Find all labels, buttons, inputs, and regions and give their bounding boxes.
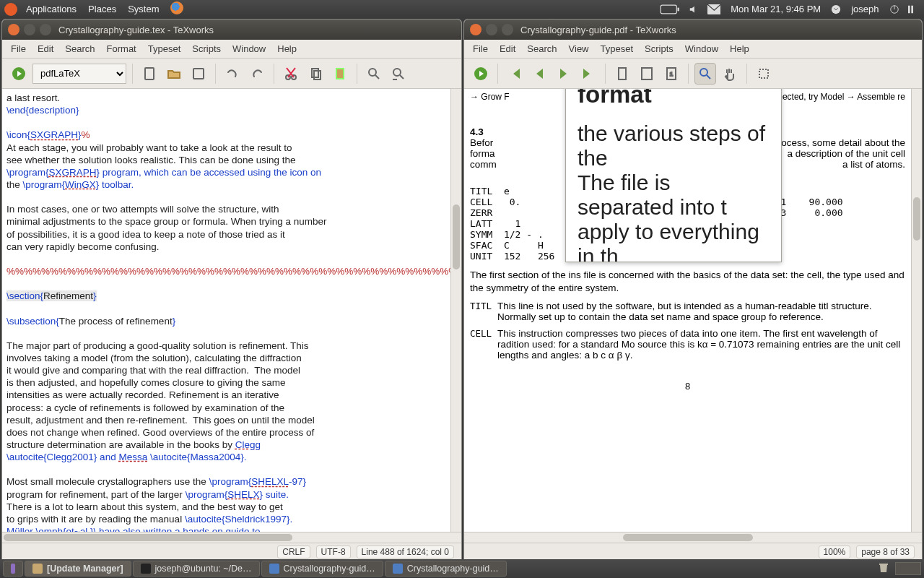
new-button[interactable] xyxy=(139,63,160,85)
indicator-icon[interactable] xyxy=(904,4,920,14)
menu-help[interactable]: Help xyxy=(271,43,302,54)
editor-menubar: File Edit Search Format Typeset Scripts … xyxy=(2,40,461,59)
svg-rect-13 xyxy=(312,69,318,77)
copy-button[interactable] xyxy=(305,63,326,85)
svg-point-16 xyxy=(369,69,376,76)
menu-search[interactable]: Search xyxy=(59,43,100,54)
menu-help[interactable]: Help xyxy=(724,43,755,54)
battery-icon[interactable] xyxy=(655,4,684,14)
engine-select[interactable]: pdfLaTeX xyxy=(32,64,126,84)
menu-window[interactable]: Window xyxy=(227,43,271,54)
prev-page-button[interactable] xyxy=(528,63,550,85)
places-menu[interactable]: Places xyxy=(82,4,122,14)
menu-format[interactable]: Format xyxy=(101,43,142,54)
task-texworks-tex[interactable]: Crystallography-guid… xyxy=(261,561,383,577)
task-terminal[interactable]: joseph@ubuntu: ~/De… xyxy=(133,561,260,577)
magnify-tool-button[interactable] xyxy=(694,63,716,85)
close-icon[interactable] xyxy=(8,24,19,35)
close-icon[interactable] xyxy=(470,24,481,35)
fit-page-button[interactable] xyxy=(611,63,633,85)
page-number: 8 xyxy=(470,381,905,392)
svg-rect-19 xyxy=(619,68,626,79)
svg-rect-9 xyxy=(145,68,154,79)
undo-button[interactable] xyxy=(222,63,243,85)
svg-rect-6 xyxy=(908,5,910,13)
firefox-launcher[interactable] xyxy=(165,1,189,17)
editor-area[interactable]: a last resort. \end{description} \icon{S… xyxy=(2,89,461,532)
find-button[interactable] xyxy=(363,63,385,85)
texworks-viewer-window: Crystallography-guide.pdf - TeXworks Fil… xyxy=(463,19,923,561)
viewer-statusbar: 100% page 8 of 33 xyxy=(464,543,922,560)
editor-toolbar: pdfLaTeX xyxy=(2,59,461,89)
minimize-icon[interactable] xyxy=(24,24,35,35)
typeset-button[interactable] xyxy=(470,63,492,85)
fit-width-button[interactable] xyxy=(636,63,658,85)
show-desktop-button[interactable] xyxy=(3,561,23,577)
svg-rect-1 xyxy=(677,7,679,11)
firefox-icon xyxy=(170,1,183,14)
svg-text:1: 1 xyxy=(670,71,674,77)
editor-text[interactable]: a last resort. \end{description} \icon{S… xyxy=(2,89,450,532)
pan-tool-button[interactable] xyxy=(719,63,741,85)
open-button[interactable] xyxy=(163,63,185,85)
last-page-button[interactable] xyxy=(578,63,599,85)
editor-scrollbar-h[interactable] xyxy=(2,532,461,543)
editor-scrollbar-v[interactable] xyxy=(450,89,461,532)
user-menu[interactable]: joseph xyxy=(845,4,884,14)
actual-size-button[interactable]: 1 xyxy=(661,63,682,85)
shutdown-icon[interactable] xyxy=(885,4,904,14)
svg-point-3 xyxy=(832,4,840,13)
pdf-fragment: → Grow F xyxy=(470,92,510,102)
editor-titlebar[interactable]: Crystallography-guide.tex - TeXworks xyxy=(2,20,461,40)
clock[interactable]: Mon Mar 21, 9:46 PM xyxy=(725,4,827,14)
menu-typeset[interactable]: Typeset xyxy=(142,43,187,54)
user-switch-icon[interactable] xyxy=(827,4,845,14)
menu-typeset[interactable]: Typeset xyxy=(595,43,640,54)
gnome-top-panel: Applications Places System Mon Mar 21, 9… xyxy=(0,0,924,18)
cut-button[interactable] xyxy=(280,63,302,85)
applications-menu[interactable]: Applications xyxy=(20,4,82,14)
menu-edit[interactable]: Edit xyxy=(494,43,521,54)
maximize-icon[interactable] xyxy=(502,24,513,35)
texworks-editor-window: Crystallography-guide.tex - TeXworks Fil… xyxy=(1,19,462,561)
svg-rect-20 xyxy=(642,68,652,79)
pdf-scrollbar-v[interactable] xyxy=(911,89,922,532)
trash-icon[interactable] xyxy=(878,562,889,576)
maximize-icon[interactable] xyxy=(40,24,51,35)
mail-icon[interactable] xyxy=(703,4,725,14)
workspace-switcher[interactable] xyxy=(895,562,921,575)
select-tool-button[interactable] xyxy=(753,63,775,85)
task-update-manager[interactable]: [Update Manager] xyxy=(25,561,131,577)
zoom-level[interactable]: 100% xyxy=(819,545,851,558)
menu-scripts[interactable]: Scripts xyxy=(186,43,227,54)
menu-scripts[interactable]: Scripts xyxy=(639,43,679,54)
paste-button[interactable] xyxy=(329,63,351,85)
volume-icon[interactable] xyxy=(684,4,703,14)
menu-window[interactable]: Window xyxy=(679,43,724,54)
pdf-scrollbar-h[interactable] xyxy=(464,532,922,543)
redo-button[interactable] xyxy=(246,63,268,85)
viewer-title: Crystallography-guide.pdf - TeXworks xyxy=(520,25,676,35)
menu-file[interactable]: File xyxy=(5,43,32,54)
typeset-button[interactable] xyxy=(8,63,30,85)
first-page-button[interactable] xyxy=(504,63,526,85)
page-indicator[interactable]: page 8 of 33 xyxy=(856,545,915,558)
menu-edit[interactable]: Edit xyxy=(32,43,59,54)
status-eol[interactable]: CRLF xyxy=(277,545,310,558)
viewer-titlebar[interactable]: Crystallography-guide.pdf - TeXworks xyxy=(464,20,922,40)
gnome-bottom-panel: [Update Manager] joseph@ubuntu: ~/De… Cr… xyxy=(0,559,924,578)
next-page-button[interactable] xyxy=(553,63,575,85)
svg-rect-25 xyxy=(879,564,888,565)
minimize-icon[interactable] xyxy=(486,24,497,35)
menu-search[interactable]: Search xyxy=(521,43,562,54)
system-menu[interactable]: System xyxy=(122,4,165,14)
replace-button[interactable] xyxy=(388,63,409,85)
save-button[interactable] xyxy=(188,63,209,85)
menu-file[interactable]: File xyxy=(467,43,494,54)
status-enc[interactable]: UTF-8 xyxy=(316,545,351,558)
magnifier-overlay: format the various steps of the The file… xyxy=(565,89,782,262)
pdf-view[interactable]: → Grow F nected, try Model → Assemble re… xyxy=(464,89,922,532)
menu-view[interactable]: View xyxy=(563,43,595,54)
task-texworks-pdf[interactable]: Crystallography-guid… xyxy=(385,561,507,577)
editor-title: Crystallography-guide.tex - TeXworks xyxy=(58,25,214,35)
